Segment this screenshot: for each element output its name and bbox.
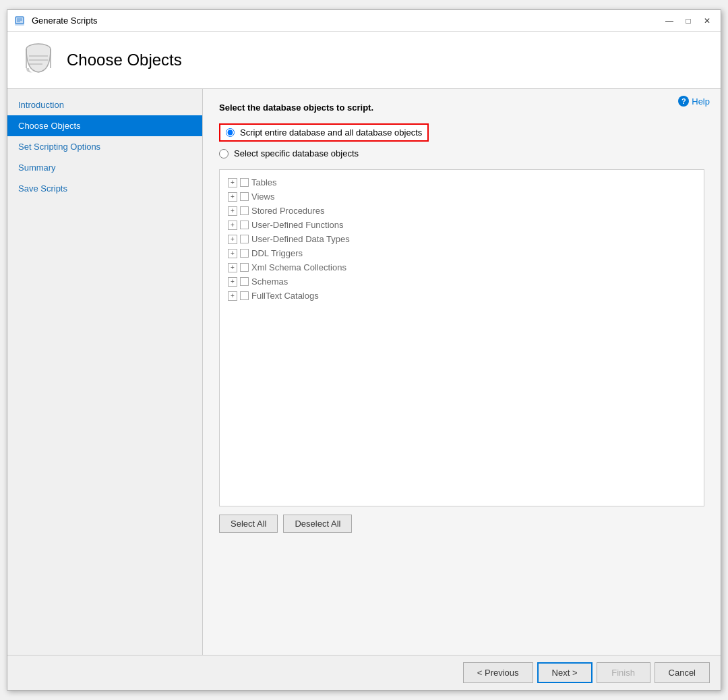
maximize-button[interactable]: □: [680, 14, 696, 28]
minimize-button[interactable]: —: [661, 14, 677, 28]
radio-select-specific[interactable]: Select specific database objects: [219, 148, 704, 158]
sidebar-item-save-scripts[interactable]: Save Scripts: [7, 178, 202, 199]
tree-item-views[interactable]: + Views: [220, 189, 704, 204]
help-icon: ?: [678, 96, 689, 107]
checkbox-views[interactable]: [240, 192, 249, 201]
close-button[interactable]: ✕: [699, 14, 715, 28]
checkbox-xml-schema[interactable]: [240, 263, 249, 272]
finish-button[interactable]: Finish: [597, 662, 650, 683]
footer: < Previous Next > Finish Cancel: [7, 655, 721, 690]
window-icon: [13, 14, 26, 28]
checkbox-udf[interactable]: [240, 221, 249, 229]
next-button[interactable]: Next >: [537, 662, 593, 683]
tree-item-udf[interactable]: + User-Defined Functions: [220, 218, 704, 232]
page-title: Choose Objects: [67, 51, 182, 69]
main-window: Generate Scripts — □ ✕ Choose Objects: [7, 9, 721, 691]
radio-script-entire-input[interactable]: [226, 128, 235, 137]
content-area: Introduction Choose Objects Set Scriptin…: [7, 89, 721, 655]
expand-views[interactable]: +: [228, 192, 237, 202]
radio-group: Script entire database and all database …: [219, 123, 704, 158]
tree-item-uddt[interactable]: + User-Defined Data Types: [220, 232, 704, 246]
main-panel: ? Help Select the database objects to sc…: [203, 89, 721, 655]
checkbox-fulltext[interactable]: [240, 291, 249, 300]
checkbox-uddt[interactable]: [240, 235, 249, 243]
objects-tree[interactable]: + Tables + Views + Stored Procedures: [219, 169, 704, 506]
tree-item-stored-procedures[interactable]: + Stored Procedures: [220, 204, 704, 218]
deselect-all-button[interactable]: Deselect All: [283, 515, 352, 533]
tree-buttons: Select All Deselect All: [219, 515, 704, 533]
expand-schemas[interactable]: +: [228, 277, 237, 287]
title-bar: Generate Scripts — □ ✕: [7, 10, 721, 32]
sidebar-item-summary[interactable]: Summary: [7, 157, 202, 178]
tree-item-tables[interactable]: + Tables: [220, 175, 704, 189]
sidebar-item-set-scripting-options[interactable]: Set Scripting Options: [7, 136, 202, 157]
window-controls: — □ ✕: [661, 14, 715, 28]
expand-xml-schema[interactable]: +: [228, 263, 237, 272]
tree-item-xml-schema[interactable]: + Xml Schema Collections: [220, 260, 704, 274]
checkbox-schemas[interactable]: [240, 277, 249, 286]
tree-item-schemas[interactable]: + Schemas: [220, 274, 704, 289]
header-icon: [21, 42, 56, 78]
main-content: Select the database objects to script. S…: [203, 89, 721, 655]
select-all-button[interactable]: Select All: [219, 515, 278, 533]
expand-stored-procedures[interactable]: +: [228, 206, 237, 216]
radio-script-entire[interactable]: Script entire database and all database …: [219, 123, 429, 142]
expand-tables[interactable]: +: [228, 178, 237, 187]
checkbox-stored-procedures[interactable]: [240, 206, 249, 215]
expand-fulltext[interactable]: +: [228, 291, 237, 301]
sidebar-item-choose-objects[interactable]: Choose Objects: [7, 115, 202, 136]
checkbox-ddl-triggers[interactable]: [240, 249, 249, 258]
sidebar-item-introduction[interactable]: Introduction: [7, 94, 202, 115]
previous-button[interactable]: < Previous: [463, 662, 533, 683]
help-link[interactable]: ? Help: [678, 96, 710, 107]
tree-item-fulltext[interactable]: + FullText Catalogs: [220, 289, 704, 303]
radio-select-specific-input[interactable]: [219, 149, 229, 158]
expand-ddl-triggers[interactable]: +: [228, 249, 237, 258]
window-title: Generate Scripts: [32, 16, 661, 26]
sidebar: Introduction Choose Objects Set Scriptin…: [7, 89, 203, 655]
page-header: Choose Objects: [7, 32, 721, 89]
instruction-text: Select the database objects to script.: [219, 103, 704, 113]
cancel-button[interactable]: Cancel: [655, 662, 710, 683]
expand-udf[interactable]: +: [228, 221, 237, 230]
checkbox-tables[interactable]: [240, 178, 249, 187]
expand-uddt[interactable]: +: [228, 235, 237, 244]
tree-item-ddl-triggers[interactable]: + DDL Triggers: [220, 246, 704, 260]
